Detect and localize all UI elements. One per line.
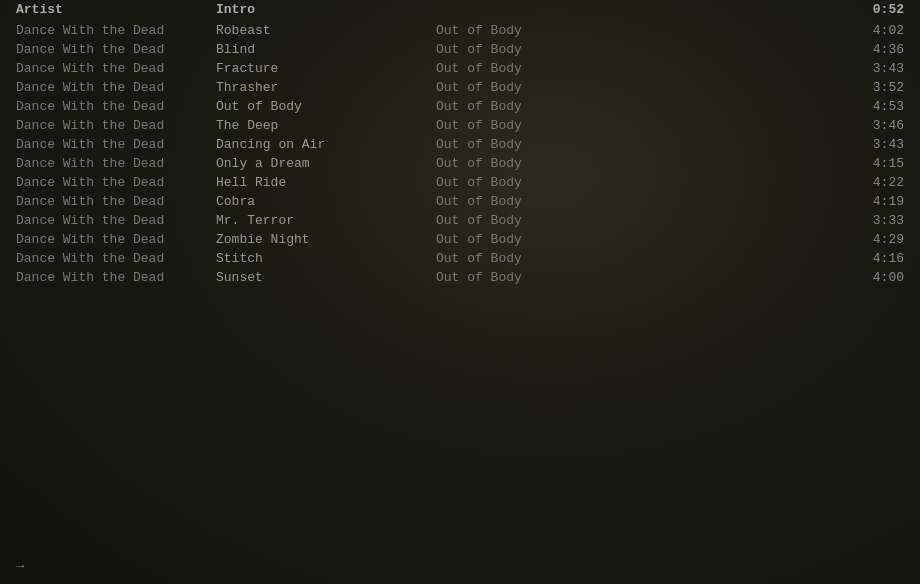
track-duration: 3:43 xyxy=(844,61,904,76)
track-row[interactable]: Dance With the DeadOnly a DreamOut of Bo… xyxy=(0,154,920,173)
track-album: Out of Body xyxy=(436,270,556,285)
track-album: Out of Body xyxy=(436,137,556,152)
track-title: The Deep xyxy=(216,118,436,133)
arrow-icon: → xyxy=(16,558,24,574)
track-artist: Dance With the Dead xyxy=(16,175,216,190)
track-artist: Dance With the Dead xyxy=(16,213,216,228)
track-artist: Dance With the Dead xyxy=(16,42,216,57)
header-duration: 0:52 xyxy=(844,2,904,17)
track-title: Fracture xyxy=(216,61,436,76)
track-album: Out of Body xyxy=(436,42,556,57)
track-row[interactable]: Dance With the DeadDancing on AirOut of … xyxy=(0,135,920,154)
track-artist: Dance With the Dead xyxy=(16,23,216,38)
track-row[interactable]: Dance With the DeadCobraOut of Body4:19 xyxy=(0,192,920,211)
track-album: Out of Body xyxy=(436,232,556,247)
track-row[interactable]: Dance With the DeadThe DeepOut of Body3:… xyxy=(0,116,920,135)
track-artist: Dance With the Dead xyxy=(16,118,216,133)
track-duration: 3:43 xyxy=(844,137,904,152)
track-row[interactable]: Dance With the DeadFractureOut of Body3:… xyxy=(0,59,920,78)
track-album: Out of Body xyxy=(436,23,556,38)
track-list-header: Artist Intro 0:52 xyxy=(0,0,920,19)
track-album: Out of Body xyxy=(436,118,556,133)
header-title: Intro xyxy=(216,2,436,17)
track-title: Only a Dream xyxy=(216,156,436,171)
track-title: Out of Body xyxy=(216,99,436,114)
track-duration: 4:53 xyxy=(844,99,904,114)
track-album: Out of Body xyxy=(436,213,556,228)
track-album: Out of Body xyxy=(436,194,556,209)
track-duration: 4:00 xyxy=(844,270,904,285)
track-artist: Dance With the Dead xyxy=(16,270,216,285)
track-title: Sunset xyxy=(216,270,436,285)
track-album: Out of Body xyxy=(436,251,556,266)
track-album: Out of Body xyxy=(436,61,556,76)
track-artist: Dance With the Dead xyxy=(16,251,216,266)
track-row[interactable]: Dance With the DeadThrasherOut of Body3:… xyxy=(0,78,920,97)
track-title: Mr. Terror xyxy=(216,213,436,228)
track-row[interactable]: Dance With the DeadRobeastOut of Body4:0… xyxy=(0,21,920,40)
track-album: Out of Body xyxy=(436,99,556,114)
track-artist: Dance With the Dead xyxy=(16,156,216,171)
track-duration: 3:46 xyxy=(844,118,904,133)
track-row[interactable]: Dance With the DeadHell RideOut of Body4… xyxy=(0,173,920,192)
track-duration: 4:15 xyxy=(844,156,904,171)
track-row[interactable]: Dance With the DeadOut of BodyOut of Bod… xyxy=(0,97,920,116)
header-artist: Artist xyxy=(16,2,216,17)
track-row[interactable]: Dance With the DeadStitchOut of Body4:16 xyxy=(0,249,920,268)
track-title: Cobra xyxy=(216,194,436,209)
track-title: Stitch xyxy=(216,251,436,266)
track-title: Dancing on Air xyxy=(216,137,436,152)
track-artist: Dance With the Dead xyxy=(16,80,216,95)
track-duration: 4:29 xyxy=(844,232,904,247)
track-duration: 3:33 xyxy=(844,213,904,228)
track-artist: Dance With the Dead xyxy=(16,137,216,152)
track-artist: Dance With the Dead xyxy=(16,99,216,114)
track-list: Artist Intro 0:52 Dance With the DeadRob… xyxy=(0,0,920,287)
track-artist: Dance With the Dead xyxy=(16,232,216,247)
track-album: Out of Body xyxy=(436,175,556,190)
track-duration: 4:22 xyxy=(844,175,904,190)
track-artist: Dance With the Dead xyxy=(16,61,216,76)
track-title: Thrasher xyxy=(216,80,436,95)
track-title: Zombie Night xyxy=(216,232,436,247)
track-title: Robeast xyxy=(216,23,436,38)
track-album: Out of Body xyxy=(436,156,556,171)
track-artist: Dance With the Dead xyxy=(16,194,216,209)
track-title: Hell Ride xyxy=(216,175,436,190)
track-title: Blind xyxy=(216,42,436,57)
track-row[interactable]: Dance With the DeadSunsetOut of Body4:00 xyxy=(0,268,920,287)
track-row[interactable]: Dance With the DeadZombie NightOut of Bo… xyxy=(0,230,920,249)
track-duration: 3:52 xyxy=(844,80,904,95)
track-duration: 4:36 xyxy=(844,42,904,57)
track-row[interactable]: Dance With the DeadBlindOut of Body4:36 xyxy=(0,40,920,59)
track-duration: 4:16 xyxy=(844,251,904,266)
track-album: Out of Body xyxy=(436,80,556,95)
track-duration: 4:02 xyxy=(844,23,904,38)
track-row[interactable]: Dance With the DeadMr. TerrorOut of Body… xyxy=(0,211,920,230)
track-duration: 4:19 xyxy=(844,194,904,209)
